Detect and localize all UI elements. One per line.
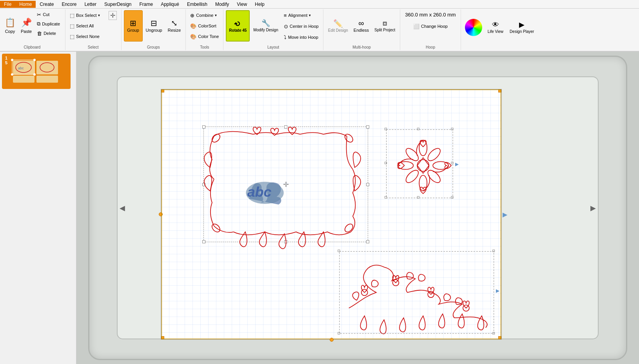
svg-rect-47 xyxy=(162,90,501,339)
hoop-group: 360.0 mm x 260.0 mm ⬜ Change Hoop Hoop xyxy=(400,9,461,50)
groups-label: Groups xyxy=(147,45,160,49)
color-wheel-button[interactable] xyxy=(465,19,482,36)
ungroup-icon: ⊟ xyxy=(151,18,157,28)
paste-icon: 📌 xyxy=(21,18,32,28)
svg-point-25 xyxy=(404,168,420,185)
edit-design-button[interactable]: ✏️ Edit Design xyxy=(326,10,350,42)
clipboard-group: 📋 Copy 📌 Paste ✂ Cut ⧉ Duplicate 🗑 xyxy=(0,9,65,50)
select-label: Select xyxy=(88,45,99,49)
combine-button[interactable]: ⊕ Combine ▼ xyxy=(188,10,219,20)
group-button[interactable]: ⊞ Group xyxy=(124,10,143,42)
svg-point-18 xyxy=(417,159,429,171)
handle-mr-arrow[interactable]: ▶ xyxy=(503,211,507,218)
menu-file[interactable]: File xyxy=(0,1,15,8)
groups-group: ⊞ Group ⊟ Ungroup ⤡ Resize Groups xyxy=(122,9,186,50)
endless-button[interactable]: ∞ Endless xyxy=(351,10,371,42)
rotate45-button[interactable]: ↻ Rotate 45 xyxy=(226,10,250,42)
svg-point-8 xyxy=(11,59,13,61)
endless-icon: ∞ xyxy=(358,18,364,28)
right-arrow[interactable]: ▶ xyxy=(590,204,596,212)
menu-bar: File Home Create Encore Letter SuperDesi… xyxy=(0,0,639,9)
menu-embellish[interactable]: Embellish xyxy=(183,1,211,8)
layout-group: ↻ Rotate 45 🔧 Modify Design ≡ Alignment … xyxy=(223,9,323,50)
svg-text:abc: abc xyxy=(247,184,272,200)
hoop-machine: ▶ ✛ xyxy=(88,56,627,360)
move-into-hoop-button[interactable]: ⤵ Move into Hoop xyxy=(282,32,321,42)
rotate45-icon: ↻ xyxy=(233,18,243,29)
menu-applique[interactable]: Appliqué xyxy=(157,1,183,8)
svg-text:abc: abc xyxy=(18,66,24,70)
life-view-button[interactable]: 👁 Life View xyxy=(485,12,506,43)
delete-button[interactable]: 🗑 Delete xyxy=(35,29,62,38)
menu-view[interactable]: View xyxy=(233,1,251,8)
view-group: 👁 Life View ▶ Design Player xyxy=(461,9,539,50)
canvas-area[interactable]: ▶ ✛ xyxy=(76,52,639,364)
modify-design-button[interactable]: 🔧 Modify Design xyxy=(251,10,280,42)
ungroup-button[interactable]: ⊟ Ungroup xyxy=(143,10,165,42)
svg-text:▶: ▶ xyxy=(496,288,500,293)
combine-dropdown: ▼ xyxy=(214,14,217,17)
ribbon: 📋 Copy 📌 Paste ✂ Cut ⧉ Duplicate 🗑 xyxy=(0,9,639,52)
colortone-icon: 🎨 xyxy=(190,34,196,40)
svg-rect-41 xyxy=(339,252,494,333)
resize-button[interactable]: ⤡ Resize xyxy=(165,10,183,42)
menu-letter[interactable]: Letter xyxy=(80,1,100,8)
menu-help[interactable]: Help xyxy=(251,1,269,8)
duplicate-button[interactable]: ⧉ Duplicate xyxy=(35,20,62,28)
svg-point-11 xyxy=(33,73,36,76)
alignment-icon: ≡ xyxy=(284,13,287,18)
svg-point-24 xyxy=(426,146,442,163)
design-thumbnail[interactable]: 15 abc xyxy=(2,54,71,89)
duplicate-icon: ⧉ xyxy=(37,21,40,27)
design-player-button[interactable]: ▶ Design Player xyxy=(507,12,536,43)
menu-modify[interactable]: Modify xyxy=(211,1,233,8)
center-hoop-icon: ⊙ xyxy=(284,24,288,29)
left-panel: 15 abc xyxy=(0,52,76,364)
box-select-dropdown: ▼ xyxy=(98,14,101,17)
tools-group: ⊕ Combine ▼ 🎨 ColorSort 🎨 Color Tone Too… xyxy=(186,9,223,50)
split-project-button[interactable]: ⧈ Split Project xyxy=(372,10,398,42)
resize-icon: ⤡ xyxy=(171,18,178,28)
handle-bm[interactable] xyxy=(330,338,334,342)
menu-superdesign[interactable]: SuperDesign xyxy=(100,1,135,8)
modify-design-icon: 🔧 xyxy=(261,19,270,28)
tools-label: Tools xyxy=(200,45,209,49)
colorsort-button[interactable]: 🎨 ColorSort xyxy=(188,21,218,31)
cut-icon: ✂ xyxy=(37,12,41,18)
design-canvas[interactable]: ▶ ✛ xyxy=(161,89,502,340)
select-none-button[interactable]: ⬚ Select None xyxy=(68,31,102,42)
left-arrow[interactable]: ◀ xyxy=(120,204,125,212)
colorsort-icon: 🎨 xyxy=(190,23,196,29)
svg-text:▶: ▶ xyxy=(455,161,459,167)
select-group: ⬚ Box Select ▼ ✛ ⬚ Select All ⬚ Select N… xyxy=(65,9,122,50)
select-all-button[interactable]: ⬚ Select All xyxy=(68,21,96,31)
svg-point-26 xyxy=(426,168,442,185)
layout-label: Layout xyxy=(267,45,279,49)
svg-rect-6 xyxy=(36,76,58,83)
hoop-inner: ▶ ✛ xyxy=(117,76,599,339)
cut-button[interactable]: ✂ Cut xyxy=(35,10,62,19)
thumb-preview-svg: abc xyxy=(11,59,62,84)
multi-hoop-label: Multi-hoop xyxy=(352,45,371,49)
copy-button[interactable]: 📋 Copy xyxy=(2,10,18,42)
clipboard-label: Clipboard xyxy=(24,45,41,49)
svg-rect-5 xyxy=(13,76,34,83)
thumb-label: 15 xyxy=(5,56,7,65)
move-arrows-icon: ✛ xyxy=(109,11,117,20)
box-select-icon: ⬚ xyxy=(70,13,74,18)
menu-home[interactable]: Home xyxy=(15,1,36,8)
svg-point-9 xyxy=(33,59,36,61)
select-none-icon: ⬚ xyxy=(70,34,74,40)
paste-button[interactable]: 📌 Paste xyxy=(18,10,34,42)
main-layout: 15 abc xyxy=(0,52,639,364)
menu-encore[interactable]: Encore xyxy=(58,1,80,8)
box-select-button[interactable]: ⬚ Box Select ▼ ✛ xyxy=(68,10,119,20)
svg-point-23 xyxy=(404,146,420,163)
center-in-hoop-button[interactable]: ⊙ Center in Hoop xyxy=(282,21,321,31)
change-hoop-button[interactable]: ⬜ Change Hoop xyxy=(411,20,450,32)
menu-create[interactable]: Create xyxy=(36,1,58,8)
design-player-icon: ▶ xyxy=(519,21,525,29)
menu-frame[interactable]: Frame xyxy=(135,1,157,8)
colortone-button[interactable]: 🎨 Color Tone xyxy=(188,31,221,42)
alignment-button[interactable]: ≡ Alignment ▼ xyxy=(282,10,321,20)
